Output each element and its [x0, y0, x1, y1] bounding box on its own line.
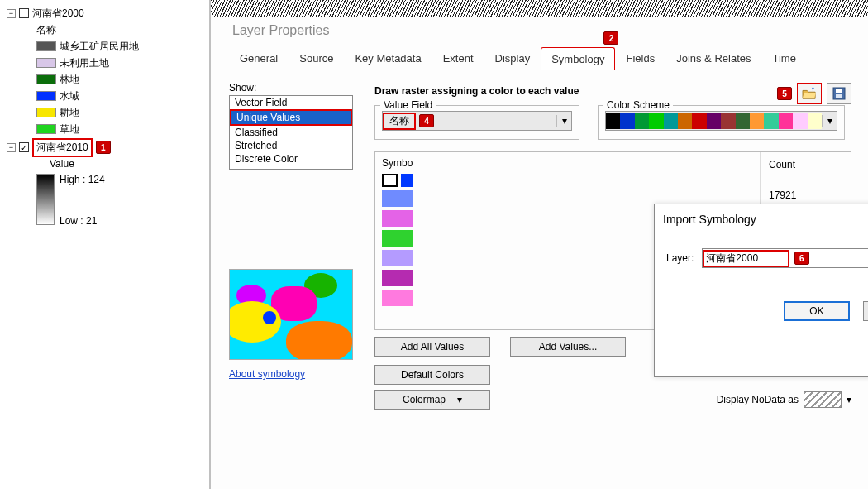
tab-joins-relates[interactable]: Joins & Relates	[665, 46, 761, 70]
import-symbology-dialog: Import Symbology ✕ Layer: 河南省2000 6 ▾ OK…	[654, 204, 868, 377]
nodata-row: Display NoData as ▾	[717, 391, 851, 408]
layer-checkbox[interactable]: ✓	[19, 142, 29, 152]
group-title: Value Field	[380, 99, 436, 111]
dialog-title: Import Symbology	[663, 213, 756, 226]
all-values-swatch[interactable]	[382, 174, 398, 187]
callout-5: 5	[777, 87, 792, 100]
layer-combo-value: 河南省2000	[703, 250, 789, 267]
about-symbology-link[interactable]: About symbology	[229, 368, 305, 380]
stretch-low: Low : 21	[60, 215, 105, 227]
legend-item: 耕地	[60, 106, 79, 120]
show-item-stretched[interactable]: Stretched	[230, 139, 352, 152]
toc-layer-2010[interactable]: − ✓ 河南省2010 1	[3, 139, 206, 156]
legend-item: 水域	[60, 89, 79, 103]
show-item-discrete-color[interactable]: Discrete Color	[230, 152, 352, 165]
callout-4: 4	[419, 114, 434, 127]
save-symbology-button[interactable]	[827, 83, 851, 104]
value-field-group: Value Field 名称 4 ▾	[374, 105, 579, 140]
callout-1: 1	[96, 141, 111, 154]
collapse-icon[interactable]: −	[7, 143, 16, 152]
symbol-column: Symbo	[375, 152, 420, 329]
column-header-symbol: Symbo	[375, 152, 420, 174]
heading-swatch[interactable]	[401, 174, 413, 187]
tab-extent[interactable]: Extent	[432, 46, 484, 70]
stretch-high: High : 124	[60, 174, 105, 185]
show-item-vector-field[interactable]: Vector Field	[230, 96, 352, 109]
symbol-swatch[interactable]	[382, 270, 413, 286]
symbol-swatch[interactable]	[382, 190, 413, 207]
folder-open-icon	[802, 87, 817, 100]
value-field-combo[interactable]: 名称 4 ▾	[382, 111, 572, 131]
ok-button[interactable]: OK	[784, 301, 850, 321]
import-symbology-button[interactable]	[797, 83, 822, 104]
map-preview-strip	[211, 0, 868, 17]
colormap-button[interactable]: Colormap▾	[374, 390, 490, 410]
layer-label: Layer:	[666, 252, 694, 264]
tab-key-metadata[interactable]: Key Metadata	[344, 46, 432, 70]
layer-label: 河南省2000	[32, 7, 84, 21]
table-of-contents: − 河南省2000 名称 城乡工矿居民用地 未利用土地 林地 水域 耕地 草地 …	[0, 0, 211, 489]
svg-rect-2	[836, 94, 842, 98]
show-list[interactable]: Vector Field Unique Values 3 Classified …	[229, 95, 353, 170]
tab-time[interactable]: Time	[761, 46, 806, 70]
legend-item: 草地	[60, 122, 79, 137]
nodata-swatch[interactable]	[804, 391, 842, 408]
preview-thumbnail	[229, 269, 353, 360]
color-scheme-preview	[606, 113, 822, 129]
symbol-swatch[interactable]	[382, 230, 413, 247]
value-label-row: Value	[3, 156, 206, 172]
stretch-gradient	[36, 174, 55, 225]
chevron-down-icon: ▾	[457, 394, 462, 405]
show-label: Show:	[229, 82, 353, 93]
tab-general[interactable]: General	[229, 46, 289, 70]
tab-display[interactable]: Display	[484, 46, 541, 70]
column-header-count: Count	[769, 159, 842, 187]
chevron-down-icon: ▾	[822, 115, 837, 127]
legend-title-row: 名称	[3, 22, 206, 38]
tab-fields[interactable]: Fields	[615, 46, 665, 70]
svg-rect-1	[836, 89, 842, 93]
legend-title: 名称	[36, 23, 56, 37]
colormap-label: Colormap	[403, 394, 446, 405]
value-field-value: 名称	[383, 113, 416, 130]
layer-checkbox[interactable]	[19, 8, 29, 18]
tab-bar: General Source Key Metadata Extent Displ…	[229, 46, 860, 70]
layer-properties-panel: Layer Properties General Source Key Meta…	[211, 0, 868, 489]
legend-item: 城乡工矿居民用地	[60, 40, 139, 54]
dialog-title: Layer Properties	[211, 17, 868, 46]
color-scheme-combo[interactable]: ▾	[605, 111, 837, 131]
legend-item: 林地	[60, 73, 79, 87]
callout-6: 6	[794, 252, 809, 265]
count-value: 17921	[769, 187, 842, 204]
chevron-down-icon: ▾	[556, 115, 571, 127]
chevron-down-icon[interactable]: ▾	[847, 394, 851, 405]
callout-2: 2	[603, 31, 618, 45]
cancel-button[interactable]: Cancel	[863, 301, 868, 321]
save-icon	[832, 87, 846, 100]
add-all-values-button[interactable]: Add All Values	[374, 337, 490, 357]
add-values-button[interactable]: Add Values...	[510, 337, 626, 357]
symbol-swatch[interactable]	[382, 290, 413, 306]
tab-symbology[interactable]: Symbology	[541, 47, 615, 70]
nodata-label: Display NoData as	[717, 394, 799, 405]
symbol-swatch[interactable]	[382, 250, 413, 266]
show-item-classified[interactable]: Classified	[230, 126, 352, 139]
collapse-icon[interactable]: −	[7, 9, 16, 18]
show-column: Show: Vector Field Unique Values 3 Class…	[229, 82, 353, 170]
symbol-swatch[interactable]	[382, 210, 413, 227]
default-colors-button[interactable]: Default Colors	[374, 365, 490, 385]
color-scheme-group: Color Scheme ▾	[598, 105, 845, 140]
tab-source[interactable]: Source	[289, 46, 344, 70]
layer-combo[interactable]: 河南省2000 6 ▾	[702, 248, 868, 268]
group-title: Color Scheme	[603, 99, 673, 111]
layer-label-highlight: 河南省2010	[32, 138, 93, 157]
tab-symbology-wrap: 2 Symbology	[541, 46, 615, 70]
legend-item: 未利用土地	[60, 56, 109, 70]
value-label: Value	[50, 158, 74, 170]
show-item-unique-values[interactable]: Unique Values	[230, 109, 352, 126]
toc-layer-2000[interactable]: − 河南省2000	[3, 5, 206, 22]
